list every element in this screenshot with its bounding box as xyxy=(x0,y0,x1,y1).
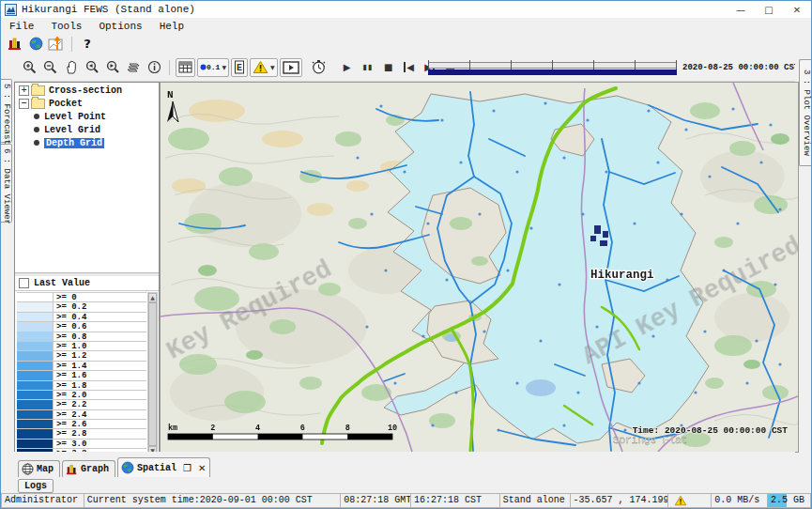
minimize-button[interactable]: — xyxy=(727,1,755,18)
stopwatch-icon xyxy=(311,59,327,75)
marker-size-value: 0.1 xyxy=(207,63,220,71)
timer-button[interactable] xyxy=(310,58,329,77)
menu-help[interactable]: Help xyxy=(151,21,192,32)
map-view[interactable]: API Key Required API Key Required N Hiku… xyxy=(160,82,799,453)
main-toolbar: ? xyxy=(1,34,811,54)
legend-scrollbar[interactable]: ▲ ▼ xyxy=(147,292,158,456)
status-coordinates: -35.657 , 174.199 xyxy=(570,493,668,508)
scroll-thumb[interactable] xyxy=(148,302,157,446)
close-button[interactable]: ✕ xyxy=(783,1,811,18)
legend-row: >= 2.8 xyxy=(17,429,146,439)
legend-row: >= 0.8 xyxy=(17,332,146,342)
warning-dropdown[interactable]: ▼ xyxy=(250,58,278,77)
zoom-previous-button[interactable] xyxy=(83,58,101,77)
info-icon xyxy=(147,60,161,74)
skip-start-icon: ◀ xyxy=(404,62,414,72)
legend-label: >= 0 xyxy=(54,293,146,301)
legend-row: >= 1.2 xyxy=(17,351,146,361)
menu-tools[interactable]: Tools xyxy=(42,21,90,32)
legend-swatch xyxy=(17,322,54,331)
folder-icon xyxy=(31,85,45,96)
zoom-next-button[interactable] xyxy=(103,58,122,77)
marker-dot-icon xyxy=(200,64,207,70)
layer-tree: + Cross-section − Pocket Level Point Lev… xyxy=(15,83,159,270)
tab-maximize-icon[interactable]: ❐ xyxy=(183,463,192,473)
tree-item-level-point[interactable]: Level Point xyxy=(19,111,159,122)
last-value-checkbox[interactable] xyxy=(19,278,29,288)
scroll-up-icon[interactable]: ▲ xyxy=(148,293,157,302)
left-tab-strip: 5 : Forecast 6 : Data Viewer xyxy=(1,54,14,493)
marker-size-dropdown[interactable]: 0.1 ▼ xyxy=(197,58,229,77)
profile-display-button[interactable] xyxy=(46,35,67,53)
pan-button[interactable] xyxy=(62,58,81,77)
selected-tree-label: Depth Grid xyxy=(44,138,104,148)
status-gmt-time: 08:27:18 GMT xyxy=(340,493,410,508)
chevron-down-icon: ▼ xyxy=(222,64,226,70)
status-warning-cell[interactable] xyxy=(667,493,711,508)
legend-swatch xyxy=(17,313,54,321)
legend-swatch xyxy=(17,351,54,360)
info-button[interactable] xyxy=(145,58,163,77)
time-slider[interactable] xyxy=(428,60,677,75)
expand-minus-icon[interactable]: − xyxy=(19,99,29,109)
legend-label: >= 0.2 xyxy=(54,302,146,311)
help-icon: ? xyxy=(84,37,91,51)
pause-button[interactable]: ▮▮ xyxy=(359,58,377,77)
grid-display-button[interactable] xyxy=(176,58,195,77)
stop-button[interactable]: ■ xyxy=(379,58,398,77)
database-viewer-button[interactable] xyxy=(5,35,25,53)
town-label: Hikurangi xyxy=(590,269,654,282)
door-icon: E xyxy=(234,60,245,74)
tab-plot-overview[interactable]: 3 : Plot Overview xyxy=(799,59,811,166)
maximize-button[interactable]: □ xyxy=(755,1,783,18)
legend-label: >= 1.6 xyxy=(54,371,146,379)
tab-data-viewer[interactable]: 6 : Data Viewer xyxy=(1,144,12,223)
svg-text:N: N xyxy=(167,89,174,100)
svg-text:10: 10 xyxy=(388,424,397,433)
tab-spatial[interactable]: Spatial ❐ ✕ xyxy=(117,457,210,477)
tree-item-depth-grid[interactable]: Depth Grid xyxy=(19,137,159,148)
legend-label: >= 1.4 xyxy=(54,362,146,370)
classification-button[interactable]: E xyxy=(231,58,248,77)
legend-row: >= 0.4 xyxy=(17,313,146,322)
deep-water-patch xyxy=(526,379,556,396)
legend-row: >= 1.6 xyxy=(17,371,146,380)
skip-start-button[interactable]: ◀ xyxy=(400,58,419,77)
time-slider-range xyxy=(428,69,677,75)
play-button[interactable]: ▶ xyxy=(338,58,357,77)
expand-plus-icon[interactable]: + xyxy=(19,85,29,96)
menu-options[interactable]: Options xyxy=(90,21,150,32)
zoom-in-button[interactable] xyxy=(21,58,39,77)
svg-text:8: 8 xyxy=(345,424,350,433)
area-label: Springs Flat xyxy=(613,435,687,446)
menu-file[interactable]: File xyxy=(1,21,42,32)
logs-button[interactable]: Logs xyxy=(18,479,54,493)
legend-swatch xyxy=(17,391,54,399)
legend-row: >= 2.4 xyxy=(17,410,146,420)
zoom-out-button[interactable] xyxy=(41,58,60,77)
map-display-button[interactable] xyxy=(25,35,46,53)
legend-row: >= 1.8 xyxy=(17,381,146,391)
tree-item-pocket[interactable]: − Pocket xyxy=(19,98,159,109)
svg-text:km: km xyxy=(168,424,177,433)
help-button[interactable]: ? xyxy=(77,35,98,53)
legend-rows: >= 0>= 0.2>= 0.4>= 0.6>= 0.8>= 1.0>= 1.2… xyxy=(17,292,146,456)
tab-close-icon[interactable]: ✕ xyxy=(198,463,206,473)
legend-label: >= 2.2 xyxy=(54,400,146,409)
warning-icon xyxy=(674,495,687,506)
pan-hand-icon xyxy=(65,60,79,75)
svg-text:2: 2 xyxy=(210,424,215,433)
map-canvas[interactable]: API Key Required API Key Required N Hiku… xyxy=(161,83,798,452)
tree-item-cross-section[interactable]: + Cross-section xyxy=(19,85,159,96)
legend-swatch xyxy=(17,420,54,428)
tab-graph[interactable]: Graph xyxy=(62,460,115,477)
bar-chart-icon xyxy=(8,37,23,51)
bottom-bar: Map Graph Spatial ❐ ✕ xyxy=(14,452,795,495)
tree-item-level-grid[interactable]: Level Grid xyxy=(19,124,159,135)
tab-map[interactable]: Map xyxy=(18,460,60,477)
animation-export-button[interactable] xyxy=(280,58,302,77)
grid-icon xyxy=(178,61,192,73)
legend-label: >= 0.6 xyxy=(54,322,146,331)
tab-forecast[interactable]: 5 : Forecast xyxy=(1,79,12,143)
layers-button[interactable] xyxy=(124,58,143,77)
